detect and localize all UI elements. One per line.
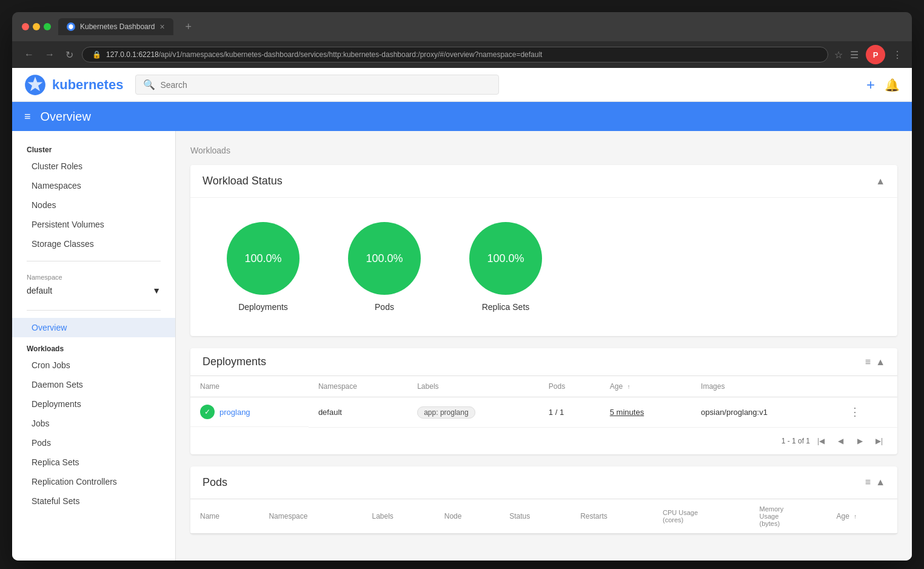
sidebar-divider-2	[27, 310, 161, 311]
pods-table-head: Name Namespace Labels Node Status Restar…	[190, 499, 897, 534]
replica-sets-percent: 100.0%	[487, 252, 524, 265]
deployments-table-head: Name Namespace Labels Pods Age ↑ Images	[190, 376, 897, 397]
extensions-icon[interactable]: ☰	[850, 49, 859, 61]
pods-col-node: Node	[435, 499, 500, 534]
close-traffic-light[interactable]	[22, 23, 29, 30]
page-last-button[interactable]: ▶|	[871, 433, 888, 449]
namespace-selector[interactable]: default ▼	[27, 283, 161, 298]
age-sort-icon[interactable]: ↑	[627, 383, 630, 390]
workload-status-title: Workload Status	[203, 175, 283, 187]
pods-card: Pods ≡ ▲ Name Namespace Labels N	[190, 466, 897, 534]
browser-titlebar: Kubernetes Dashboard × +	[12, 12, 912, 41]
deployments-card: Deployments ≡ ▲ Name Namespace Labels	[190, 348, 897, 454]
deployments-filter-icon[interactable]: ≡	[865, 357, 871, 368]
breadcrumb: Workloads	[190, 146, 897, 155]
search-bar[interactable]: 🔍	[135, 75, 499, 95]
deployments-circle-item: 100.0% Deployments	[227, 222, 300, 312]
browser-menu-icon[interactable]: ⋮	[892, 49, 902, 61]
col-name: Name	[190, 376, 309, 397]
sidebar-item-stateful-sets[interactable]: Stateful Sets	[12, 491, 175, 511]
deployments-table-header-row: Name Namespace Labels Pods Age ↑ Images	[190, 376, 897, 397]
kubernetes-logo: kubernetes	[24, 74, 123, 96]
pods-col-memory: Memory Usage (bytes)	[750, 499, 827, 534]
status-check-icon: ✓	[200, 405, 215, 419]
pods-col-cpu: CPU Usage (cores)	[653, 499, 750, 534]
workload-status-header: Workload Status ▲	[190, 165, 897, 198]
sidebar-item-persistent-volumes[interactable]: Persistent Volumes	[12, 215, 175, 234]
sidebar-item-replica-sets[interactable]: Replica Sets	[12, 453, 175, 472]
tab-close-button[interactable]: ×	[159, 22, 164, 32]
sidebar-item-deployments[interactable]: Deployments	[12, 394, 175, 414]
profile-avatar[interactable]: P	[866, 45, 885, 64]
browser-addressbar: ← → ↻ 🔒 127.0.0.1:62218/api/v1/namespace…	[12, 41, 912, 68]
sidebar-item-daemon-sets[interactable]: Daemon Sets	[12, 375, 175, 394]
deployments-card-header: Deployments ≡ ▲	[190, 348, 897, 376]
bookmark-icon[interactable]: ☆	[834, 49, 843, 61]
pods-age-sort-icon[interactable]: ↑	[854, 513, 857, 520]
sidebar-item-overview[interactable]: Overview	[12, 318, 175, 337]
notifications-button[interactable]: 🔔	[885, 78, 900, 92]
row-images: opsian/proglang:v1	[691, 397, 837, 428]
deployment-name-link[interactable]: proglang	[219, 408, 250, 417]
label-chip: app: proglang	[417, 406, 475, 419]
pods-col-namespace: Namespace	[259, 499, 362, 534]
new-tab-button[interactable]: +	[181, 21, 197, 33]
pods-circle-item: 100.0% Pods	[348, 222, 421, 312]
deployments-header-actions: ≡ ▲	[865, 357, 885, 368]
top-nav-actions: + 🔔	[866, 76, 900, 93]
sidebar-item-pods[interactable]: Pods	[12, 433, 175, 453]
col-age: Age ↑	[600, 376, 691, 397]
deployments-pagination: 1 - 1 of 1 |◀ ◀ ▶ ▶|	[190, 428, 897, 454]
sidebar-item-jobs[interactable]: Jobs	[12, 414, 175, 433]
tab-favicon	[67, 22, 75, 31]
replica-sets-label: Replica Sets	[482, 302, 530, 312]
age-value: 5 minutes	[610, 408, 644, 417]
pods-circle: 100.0%	[348, 222, 421, 295]
traffic-lights	[22, 23, 51, 30]
sidebar-item-cluster-roles[interactable]: Cluster Roles	[12, 157, 175, 176]
address-bar[interactable]: 🔒 127.0.0.1:62218/api/v1/namespaces/kube…	[82, 47, 828, 62]
sidebar-item-cron-jobs[interactable]: Cron Jobs	[12, 355, 175, 375]
col-pods: Pods	[539, 376, 600, 397]
pods-col-labels: Labels	[362, 499, 434, 534]
pods-header-actions: ≡ ▲	[865, 477, 885, 488]
col-actions	[837, 376, 897, 397]
row-actions-button[interactable]: ⋮	[847, 403, 863, 420]
sidebar-toggle-icon[interactable]: ≡	[24, 110, 31, 123]
add-button[interactable]: +	[866, 76, 875, 93]
row-pods: 1 / 1	[539, 397, 600, 428]
sidebar-item-nodes[interactable]: Nodes	[12, 195, 175, 215]
address-port: :62218	[136, 50, 159, 59]
logo-text: kubernetes	[52, 77, 123, 93]
refresh-button[interactable]: ↻	[63, 48, 76, 62]
cluster-section-title: Cluster	[12, 141, 175, 157]
pods-collapse-icon[interactable]: ▲	[875, 477, 885, 488]
pods-col-age: Age ↑	[827, 499, 897, 534]
maximize-traffic-light[interactable]	[44, 23, 51, 30]
col-images: Images	[691, 376, 837, 397]
pods-filter-icon[interactable]: ≡	[865, 477, 871, 488]
minimize-traffic-light[interactable]	[33, 23, 40, 30]
forward-button[interactable]: →	[42, 48, 57, 61]
pods-percent: 100.0%	[366, 252, 403, 265]
app-body: Cluster Cluster Roles Namespaces Nodes P…	[12, 131, 912, 561]
sidebar-item-replication-controllers[interactable]: Replication Controllers	[12, 472, 175, 491]
row-status-name: ✓ proglang	[190, 397, 309, 427]
sidebar-item-storage-classes[interactable]: Storage Classes	[12, 234, 175, 254]
pagination-info: 1 - 1 of 1	[782, 437, 810, 445]
workloads-section-title: Workloads	[12, 340, 175, 355]
top-nav: kubernetes 🔍 + 🔔	[12, 68, 912, 102]
pods-label: Pods	[375, 302, 394, 312]
deployments-collapse-icon[interactable]: ▲	[875, 357, 885, 368]
search-input[interactable]	[160, 80, 491, 90]
browser-tab[interactable]: Kubernetes Dashboard ×	[58, 18, 173, 35]
page-prev-button[interactable]: ◀	[832, 433, 849, 449]
row-namespace: default	[309, 397, 407, 428]
page-first-button[interactable]: |◀	[812, 433, 829, 449]
back-button[interactable]: ←	[22, 48, 36, 61]
page-next-button[interactable]: ▶	[851, 433, 868, 449]
deployments-title: Deployments	[203, 355, 266, 368]
sidebar-item-namespaces[interactable]: Namespaces	[12, 176, 175, 195]
replica-sets-circle-item: 100.0% Replica Sets	[469, 222, 542, 312]
workload-status-collapse-icon[interactable]: ▲	[875, 176, 885, 187]
